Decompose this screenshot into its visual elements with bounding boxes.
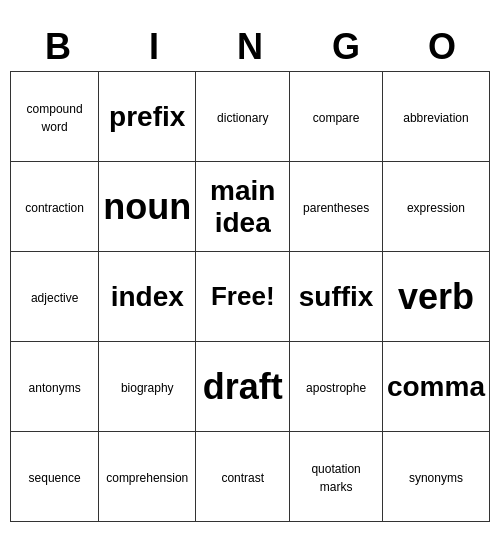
- bingo-row: adjectiveindexFree!suffixverb: [11, 252, 490, 342]
- cell-text: main idea: [210, 175, 275, 238]
- bingo-cell: verb: [382, 252, 489, 342]
- bingo-grid: compound wordprefixdictionarycompareabbr…: [10, 72, 490, 523]
- bingo-cell: dictionary: [196, 72, 290, 162]
- bingo-cell: suffix: [290, 252, 383, 342]
- cell-text: synonyms: [409, 471, 463, 485]
- cell-text: sequence: [29, 471, 81, 485]
- header-letter: O: [394, 22, 490, 72]
- bingo-row: compound wordprefixdictionarycompareabbr…: [11, 72, 490, 162]
- bingo-cell: parentheses: [290, 162, 383, 252]
- bingo-cell: adjective: [11, 252, 99, 342]
- header-letter: B: [10, 22, 106, 72]
- bingo-cell: synonyms: [382, 432, 489, 522]
- cell-text: prefix: [109, 101, 185, 132]
- bingo-cell: main idea: [196, 162, 290, 252]
- bingo-cell: quotation marks: [290, 432, 383, 522]
- bingo-cell: Free!: [196, 252, 290, 342]
- bingo-cell: prefix: [99, 72, 196, 162]
- cell-text: compare: [313, 111, 360, 125]
- cell-text: dictionary: [217, 111, 268, 125]
- cell-text: antonyms: [29, 381, 81, 395]
- bingo-cell: biography: [99, 342, 196, 432]
- cell-text: noun: [103, 186, 191, 227]
- cell-text: Free!: [211, 281, 275, 311]
- cell-text: abbreviation: [403, 111, 468, 125]
- cell-text: draft: [203, 366, 283, 407]
- bingo-cell: compare: [290, 72, 383, 162]
- bingo-cell: noun: [99, 162, 196, 252]
- bingo-row: contractionnounmain ideaparenthesesexpre…: [11, 162, 490, 252]
- cell-text: comprehension: [106, 471, 188, 485]
- bingo-cell: contrast: [196, 432, 290, 522]
- bingo-cell: abbreviation: [382, 72, 489, 162]
- cell-text: contrast: [221, 471, 264, 485]
- bingo-header: BINGO: [10, 22, 490, 72]
- bingo-cell: expression: [382, 162, 489, 252]
- bingo-cell: sequence: [11, 432, 99, 522]
- bingo-cell: draft: [196, 342, 290, 432]
- header-letter: N: [202, 22, 298, 72]
- bingo-row: antonymsbiographydraftapostrophecomma: [11, 342, 490, 432]
- cell-text: verb: [398, 276, 474, 317]
- cell-text: expression: [407, 201, 465, 215]
- cell-text: comma: [387, 371, 485, 402]
- cell-text: parentheses: [303, 201, 369, 215]
- cell-text: contraction: [25, 201, 84, 215]
- cell-text: suffix: [299, 281, 374, 312]
- bingo-cell: apostrophe: [290, 342, 383, 432]
- cell-text: quotation marks: [311, 462, 360, 494]
- bingo-cell: comma: [382, 342, 489, 432]
- cell-text: index: [111, 281, 184, 312]
- cell-text: adjective: [31, 291, 78, 305]
- cell-text: apostrophe: [306, 381, 366, 395]
- header-letter: I: [106, 22, 202, 72]
- bingo-cell: antonyms: [11, 342, 99, 432]
- cell-text: biography: [121, 381, 174, 395]
- bingo-cell: contraction: [11, 162, 99, 252]
- cell-text: compound word: [27, 102, 83, 134]
- bingo-row: sequencecomprehensioncontrastquotation m…: [11, 432, 490, 522]
- bingo-cell: index: [99, 252, 196, 342]
- header-letter: G: [298, 22, 394, 72]
- bingo-cell: compound word: [11, 72, 99, 162]
- bingo-cell: comprehension: [99, 432, 196, 522]
